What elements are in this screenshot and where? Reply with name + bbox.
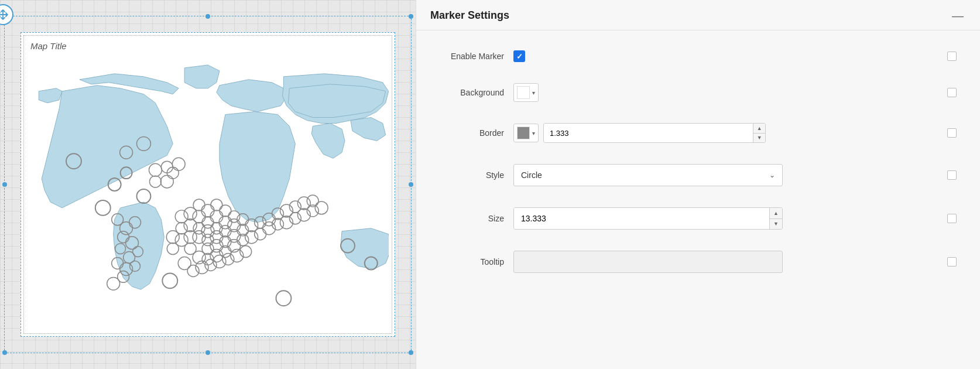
- background-color-swatch: [517, 86, 530, 99]
- svg-point-19: [193, 199, 205, 211]
- border-row-checkbox[interactable]: [947, 128, 957, 138]
- background-chevron-icon: ▾: [532, 90, 535, 96]
- enable-marker-row-checkbox[interactable]: [947, 52, 957, 61]
- background-label: Background: [440, 88, 504, 97]
- right-panel: Marker Settings — Enable Marker Backgrou…: [416, 0, 980, 369]
- enable-marker-row: Enable Marker: [440, 42, 957, 70]
- background-row-checkbox[interactable]: [947, 88, 957, 97]
- style-row-checkbox[interactable]: [947, 170, 957, 180]
- handle-bottom-center[interactable]: [205, 350, 210, 355]
- size-increment-button[interactable]: ▲: [770, 208, 782, 219]
- tooltip-label: Tooltip: [440, 257, 504, 266]
- svg-point-81: [162, 273, 177, 288]
- svg-point-87: [172, 158, 185, 170]
- border-decrement-button[interactable]: ▼: [753, 134, 765, 143]
- style-chevron-icon: ⌄: [769, 171, 775, 179]
- handle-bottom-left[interactable]: [2, 350, 7, 355]
- svg-point-17: [107, 277, 120, 290]
- move-icon[interactable]: [0, 4, 13, 25]
- background-row: Background ▾: [440, 75, 957, 110]
- style-row: Style Circle ⌄: [440, 156, 957, 194]
- tooltip-controls: [513, 251, 938, 273]
- size-decrement-button[interactable]: ▼: [770, 219, 782, 230]
- minimize-button[interactable]: —: [950, 10, 966, 22]
- map-container: Map Title: [20, 32, 395, 337]
- svg-point-25: [220, 205, 231, 217]
- left-panel: Map Title: [0, 0, 416, 369]
- tooltip-input[interactable]: [513, 251, 783, 273]
- svg-point-1: [95, 200, 111, 216]
- map-title: Map Title: [30, 41, 67, 51]
- size-row: Size ▲ ▼: [440, 199, 957, 238]
- handle-top-center[interactable]: [205, 14, 210, 19]
- size-controls: ▲ ▼: [513, 207, 938, 230]
- handle-bottom-right[interactable]: [409, 350, 413, 355]
- border-label: Border: [440, 128, 504, 138]
- border-value-input-wrap: ▲ ▼: [543, 123, 766, 143]
- svg-point-67: [187, 265, 199, 276]
- enable-marker-label: Enable Marker: [440, 52, 504, 61]
- size-label: Size: [440, 214, 504, 223]
- border-value-input[interactable]: [544, 124, 753, 142]
- border-color-swatch: [517, 127, 530, 139]
- svg-point-21: [211, 199, 222, 211]
- style-value: Circle: [521, 170, 542, 180]
- handle-top-right[interactable]: [409, 14, 413, 19]
- border-row: Border ▾ ▲ ▼: [440, 115, 957, 151]
- enable-marker-controls: [513, 50, 938, 62]
- svg-point-20: [201, 204, 214, 217]
- size-spinners: ▲ ▼: [769, 208, 782, 229]
- background-controls: ▾: [513, 83, 938, 102]
- size-row-checkbox[interactable]: [947, 214, 957, 223]
- svg-point-54: [166, 231, 179, 244]
- map-svg-container: [27, 56, 389, 330]
- border-color-picker[interactable]: ▾: [513, 124, 539, 142]
- svg-point-71: [222, 254, 234, 265]
- tooltip-row-checkbox[interactable]: [947, 257, 957, 266]
- svg-point-80: [315, 201, 328, 214]
- svg-point-66: [178, 257, 191, 270]
- tooltip-row: Tooltip: [440, 242, 957, 281]
- svg-point-82: [276, 291, 292, 306]
- enable-marker-checkbox[interactable]: [513, 50, 525, 62]
- background-color-picker[interactable]: ▾: [513, 83, 539, 102]
- border-controls: ▾ ▲ ▼: [513, 123, 938, 143]
- size-input[interactable]: [514, 208, 769, 229]
- border-chevron-icon: ▾: [532, 130, 535, 136]
- handle-middle-left[interactable]: [2, 182, 7, 187]
- border-spinners: ▲ ▼: [753, 124, 765, 142]
- svg-point-40: [175, 210, 188, 223]
- svg-point-4: [137, 189, 151, 203]
- panel-body: Enable Marker Background ▾ Border: [416, 30, 980, 293]
- style-label: Style: [440, 170, 504, 180]
- svg-point-65: [255, 228, 266, 240]
- svg-point-24: [210, 210, 223, 223]
- panel-header: Marker Settings —: [416, 0, 980, 30]
- handle-middle-right[interactable]: [409, 182, 413, 187]
- svg-point-85: [149, 163, 162, 176]
- style-dropdown[interactable]: Circle ⌄: [513, 164, 783, 186]
- style-controls: Circle ⌄: [513, 164, 938, 186]
- size-input-wrap: ▲ ▼: [513, 207, 783, 230]
- svg-point-90: [149, 176, 161, 187]
- svg-point-89: [160, 175, 173, 188]
- panel-title: Marker Settings: [430, 9, 509, 22]
- svg-point-64: [245, 231, 258, 244]
- border-increment-button[interactable]: ▲: [753, 124, 765, 134]
